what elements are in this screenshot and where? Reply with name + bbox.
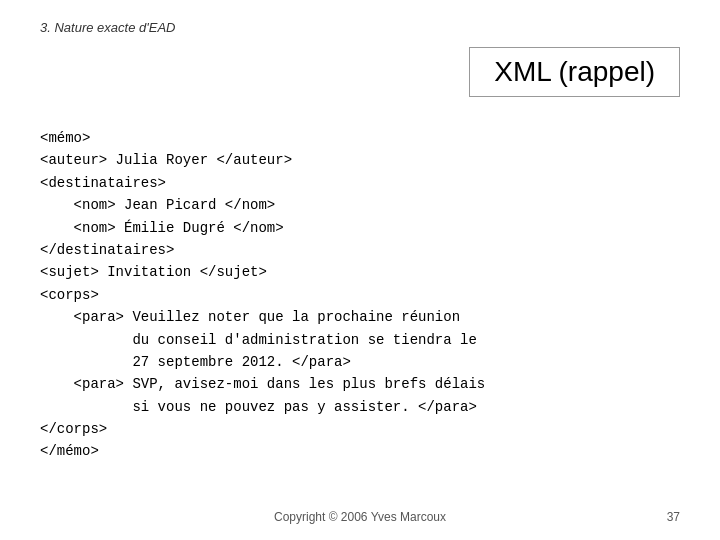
slide: 3. Nature exacte d'EAD XML (rappel) <mém… [0,0,720,540]
section-label: 3. Nature exacte d'EAD [40,20,680,35]
slide-footer: Copyright © 2006 Yves Marcoux 37 [0,510,720,524]
header-area: 3. Nature exacte d'EAD XML (rappel) [40,20,680,117]
page-number: 37 [667,510,680,524]
xml-content-block: <mémo> <auteur> Julia Royer </auteur> <d… [40,127,680,463]
slide-title: XML (rappel) [469,47,680,97]
copyright-text: Copyright © 2006 Yves Marcoux [0,510,720,524]
